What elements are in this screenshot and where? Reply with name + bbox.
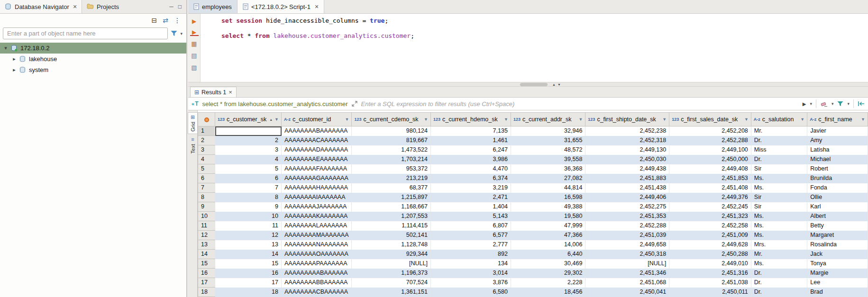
grid-cell[interactable]: 953,372	[352, 164, 430, 174]
grid-cell[interactable]: 2,449,100	[669, 145, 751, 155]
grid-cell[interactable]: 2,451,038	[669, 278, 751, 288]
tab-results-1[interactable]: ⊞ Results 1 ×	[190, 87, 237, 97]
grid-cell[interactable]: 14	[215, 250, 282, 259]
grid-cell[interactable]: 2,449,438	[585, 164, 669, 174]
sash-down-icon[interactable]: ▼	[557, 82, 561, 87]
tree-item-172-18-0-2[interactable]: ▾172.18.0.2	[0, 43, 186, 54]
row-number[interactable]: 2	[198, 136, 215, 145]
grid-cell[interactable]: Lee	[807, 278, 868, 288]
grid-cell[interactable]: Brad	[807, 288, 868, 297]
grid-cell[interactable]: 2,451,323	[669, 212, 751, 221]
search-input[interactable]	[3, 27, 168, 39]
grid-cell[interactable]: 2,449,408	[669, 164, 751, 174]
explain-plan-button[interactable]: ▦	[190, 40, 199, 48]
grid-cell[interactable]: AAAAAAAAJAAAAAAA	[282, 202, 352, 212]
grid-cell[interactable]: 6	[215, 174, 282, 183]
column-header-c_salutation[interactable]: A-zc_salutation▼	[751, 113, 807, 126]
editor-tab-172-18-0-2-script-1[interactable]: <172.18.0.2> Script-1×	[238, 0, 324, 13]
chevron-down-icon[interactable]: ▾	[3, 45, 9, 51]
grid-cell[interactable]: Dr.	[751, 269, 807, 278]
grid-cell[interactable]: AAAAAAAAPAAAAAAA	[282, 259, 352, 269]
grid-cell[interactable]: 2,449,628	[669, 240, 751, 250]
filter-dropdown-icon[interactable]: ▼	[662, 117, 667, 122]
grid-cell[interactable]: 2,451,853	[669, 174, 751, 183]
column-header-c_first_shipto_date_sk[interactable]: 123c_first_shipto_date_sk▼	[585, 113, 669, 126]
grid-cell[interactable]: AAAAAAAALAAAAAAA	[282, 221, 352, 231]
grid-cell[interactable]: AAAAAAAAABAAAAAA	[282, 269, 352, 278]
grid-cell[interactable]: 14,006	[511, 240, 585, 250]
grid-cell[interactable]: AAAAAAAAHAAAAAAA	[282, 183, 352, 193]
filter-dropdown-icon[interactable]: ▼	[800, 117, 804, 122]
grid-cell[interactable]: 19,580	[511, 212, 585, 221]
execute-script-button[interactable]: ▶	[190, 29, 199, 36]
grid-cell[interactable]: 2,228	[511, 278, 585, 288]
grid-cell[interactable]: Brunilda	[807, 174, 868, 183]
filter-dropdown-icon[interactable]: ▼	[345, 117, 349, 122]
grid-cell[interactable]: 36,368	[511, 164, 585, 174]
tab-database-navigator[interactable]: Database Navigator ×	[0, 0, 82, 13]
grid-cell[interactable]: Michael	[807, 155, 868, 164]
collapse-all-icon[interactable]: ⊟	[152, 17, 157, 24]
grid-cell[interactable]: 13	[215, 240, 282, 250]
grid-cell[interactable]: 3,014	[430, 269, 511, 278]
grid-cell[interactable]: Ms.	[751, 212, 807, 221]
grid-cell[interactable]: 1,207,553	[352, 212, 430, 221]
grid-cell[interactable]: 2,452,318	[585, 136, 669, 145]
grid-cell[interactable]: 68,377	[352, 183, 430, 193]
grid-cell[interactable]: Ollie	[807, 193, 868, 202]
grid-cell[interactable]: 1,473,522	[352, 145, 430, 155]
grid-cell[interactable]: 2,449,406	[585, 193, 669, 202]
grid-cell[interactable]: 2,450,041	[585, 288, 669, 297]
tab-projects[interactable]: Projects	[82, 0, 124, 13]
grid-cell[interactable]: [NULL]	[352, 259, 430, 269]
grid-cell[interactable]: 10	[215, 212, 282, 221]
grid-cell[interactable]: 6,577	[430, 231, 511, 240]
row-number[interactable]: 14	[198, 250, 215, 259]
grid-cell[interactable]: 8	[215, 193, 282, 202]
grid-cell[interactable]: 707,524	[352, 278, 430, 288]
row-number[interactable]: 11	[198, 221, 215, 231]
grid-cell[interactable]: AAAAAAAAEAAAAAAA	[282, 155, 352, 164]
grid-cell[interactable]: Sir	[751, 164, 807, 174]
grid-cell[interactable]: Mr.	[751, 250, 807, 259]
row-number[interactable]: 12	[198, 231, 215, 240]
grid-cell[interactable]: 4	[215, 155, 282, 164]
erase-options-chevron-icon[interactable]: ▾	[831, 101, 834, 106]
grid-cell[interactable]: 2	[215, 136, 282, 145]
grid-cell[interactable]: 44,814	[511, 183, 585, 193]
editor-hscrollbar[interactable]	[520, 83, 548, 86]
row-number[interactable]: 6	[198, 174, 215, 183]
grid-cell[interactable]: Ms.	[751, 221, 807, 231]
grid-cell[interactable]: 2,451,039	[585, 231, 669, 240]
minimize-view-icon[interactable]: ─	[169, 3, 174, 10]
erase-filter-icon[interactable]	[820, 101, 828, 107]
grid-cell[interactable]: 2,452,238	[585, 126, 669, 136]
grid-cell[interactable]: 1,168,667	[352, 202, 430, 212]
execute-statement-button[interactable]: ▶	[190, 17, 199, 25]
grid-cell[interactable]: Javier	[807, 126, 868, 136]
link-with-editor-icon[interactable]: ⇄	[163, 17, 168, 24]
grid-cell[interactable]: 1,461	[430, 136, 511, 145]
grid-cell[interactable]: Dr.	[751, 288, 807, 297]
row-number[interactable]: 5	[198, 164, 215, 174]
grid-cell[interactable]: 2,452,245	[669, 202, 751, 212]
grid-cell[interactable]: 134	[430, 259, 511, 269]
grid-cell[interactable]: 7,135	[430, 126, 511, 136]
grid-cell[interactable]: 31,655	[511, 136, 585, 145]
close-icon[interactable]: ×	[315, 3, 319, 10]
sql-editor[interactable]: set session hide_inaccessible_columns = …	[201, 14, 868, 82]
grid-cell[interactable]: 892	[430, 250, 511, 259]
row-number[interactable]: 1	[198, 126, 215, 136]
grid-cell[interactable]: 6,374	[430, 174, 511, 183]
grid-cell[interactable]: Sir	[751, 202, 807, 212]
tree-item-system[interactable]: ▸system	[0, 64, 186, 75]
filter-settings-icon[interactable]	[837, 101, 843, 107]
close-icon[interactable]: ×	[73, 3, 77, 10]
grid-cell[interactable]: 7	[215, 183, 282, 193]
column-header-c_current_cdemo_sk[interactable]: 123c_current_cdemo_sk▼	[352, 113, 430, 126]
collapse-panel-icon[interactable]	[858, 101, 865, 107]
grid-cell[interactable]: Rosalinda	[807, 240, 868, 250]
column-header-c_customer_sk[interactable]: 123c_customer_sk▲▼	[215, 113, 282, 126]
grid-cell[interactable]: 2,452,288	[669, 136, 751, 145]
grid-cell[interactable]: 2,777	[430, 240, 511, 250]
